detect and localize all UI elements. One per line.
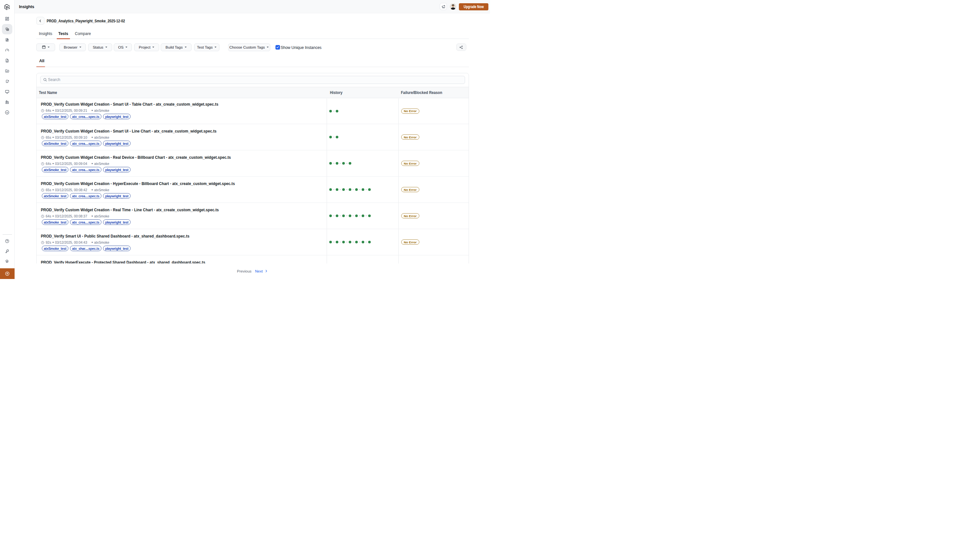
svg-text:cy: cy	[6, 112, 8, 113]
